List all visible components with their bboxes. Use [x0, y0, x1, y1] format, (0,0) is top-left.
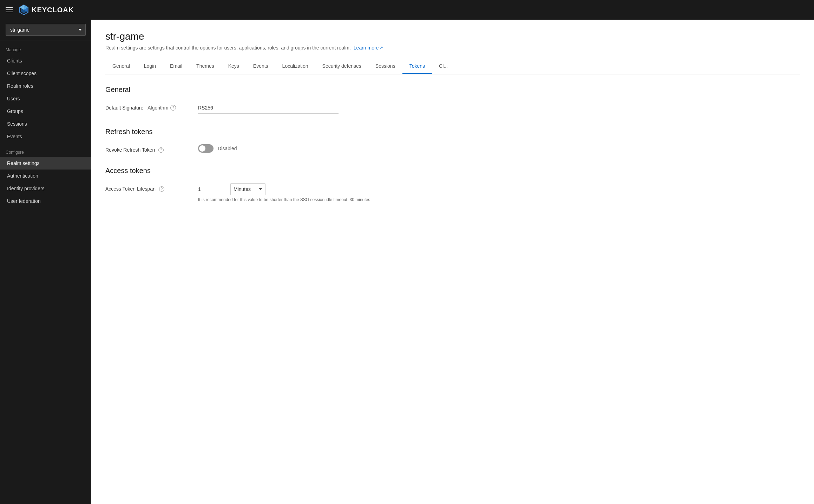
access-token-lifespan-row: Access Token Lifespan ? SecondsMinutesHo… — [105, 183, 800, 202]
tab-security-defenses[interactable]: Security defenses — [315, 59, 368, 74]
external-link-icon: ↗ — [380, 45, 383, 50]
tabs-container: General Login Email Themes Keys Events L… — [105, 59, 800, 74]
tab-general[interactable]: General — [105, 59, 137, 74]
signature-help-icon[interactable]: ? — [170, 105, 176, 111]
refresh-tokens-section: Refresh tokens Revoke Refresh Token ? Di… — [105, 128, 800, 153]
lifespan-help-icon[interactable]: ? — [159, 186, 164, 192]
hamburger-menu[interactable] — [6, 7, 13, 12]
page-title: str-game — [105, 31, 800, 42]
tab-client-policies[interactable]: Cl... — [432, 59, 455, 74]
default-signature-row: Default Signature Algorithm ? — [105, 102, 800, 114]
revoke-status: Disabled — [218, 146, 237, 151]
revoke-refresh-token-row: Revoke Refresh Token ? Disabled — [105, 144, 800, 153]
tab-sessions[interactable]: Sessions — [368, 59, 402, 74]
sidebar-item-sessions[interactable]: Sessions — [0, 118, 91, 130]
keycloak-logo-icon — [18, 4, 29, 15]
tab-keys[interactable]: Keys — [221, 59, 246, 74]
general-section: General Default Signature Algorithm ? — [105, 86, 800, 114]
general-section-heading: General — [105, 86, 800, 94]
revoke-toggle-switch[interactable] — [198, 144, 214, 153]
tab-localization[interactable]: Localization — [275, 59, 315, 74]
sidebar-item-events[interactable]: Events — [0, 130, 91, 143]
revoke-token-label-block: Revoke Refresh Token ? — [105, 144, 190, 153]
tab-login[interactable]: Login — [137, 59, 163, 74]
realm-selector-container: str-gamemaster — [0, 20, 91, 40]
lifespan-help-text: It is recommended for this value to be s… — [198, 197, 374, 202]
lifespan-number-input[interactable] — [198, 184, 226, 195]
sidebar-item-clients[interactable]: Clients — [0, 54, 91, 67]
access-token-lifespan-label: Access Token Lifespan ? — [105, 183, 190, 192]
page-subtitle: Realm settings are settings that control… — [105, 45, 800, 51]
main-content: str-game Realm settings are settings tha… — [91, 20, 814, 504]
sidebar-item-realm-settings[interactable]: Realm settings — [0, 157, 91, 170]
learn-more-link[interactable]: Learn more ↗ — [354, 45, 383, 51]
realm-dropdown[interactable]: str-gamemaster — [6, 24, 86, 36]
app-title: KEYCLOAK — [32, 6, 74, 14]
default-signature-label: Default Signature Algorithm ? — [105, 102, 190, 111]
app-logo: KEYCLOAK — [18, 4, 74, 15]
lifespan-unit-select[interactable]: SecondsMinutesHoursDays — [230, 183, 265, 195]
sidebar-item-client-scopes[interactable]: Client scopes — [0, 67, 91, 80]
access-tokens-heading: Access tokens — [105, 167, 800, 175]
access-token-lifespan-control: SecondsMinutesHoursDays It is recommende… — [198, 183, 800, 202]
sidebar-item-groups[interactable]: Groups — [0, 105, 91, 118]
sidebar-item-authentication[interactable]: Authentication — [0, 170, 91, 182]
revoke-toggle-control: Disabled — [198, 144, 237, 153]
sidebar-item-users[interactable]: Users — [0, 92, 91, 105]
default-signature-control — [198, 102, 800, 114]
tab-tokens[interactable]: Tokens — [402, 59, 432, 74]
manage-section-label: Manage — [0, 40, 91, 54]
navbar: KEYCLOAK — [0, 0, 814, 20]
refresh-tokens-heading: Refresh tokens — [105, 128, 800, 136]
sidebar: str-gamemaster Manage Clients Client sco… — [0, 20, 91, 504]
default-signature-input[interactable] — [198, 102, 339, 114]
sidebar-item-identity-providers[interactable]: Identity providers — [0, 182, 91, 195]
tab-email[interactable]: Email — [163, 59, 189, 74]
lifespan-input-group: SecondsMinutesHoursDays — [198, 183, 800, 195]
revoke-help-icon[interactable]: ? — [158, 147, 164, 153]
sidebar-item-user-federation[interactable]: User federation — [0, 195, 91, 207]
tab-themes[interactable]: Themes — [189, 59, 221, 74]
configure-section-label: Configure — [0, 143, 91, 157]
access-tokens-section: Access tokens Access Token Lifespan ? Se… — [105, 167, 800, 202]
tab-events[interactable]: Events — [246, 59, 275, 74]
toggle-slider — [198, 144, 214, 153]
sidebar-item-realm-roles[interactable]: Realm roles — [0, 80, 91, 92]
